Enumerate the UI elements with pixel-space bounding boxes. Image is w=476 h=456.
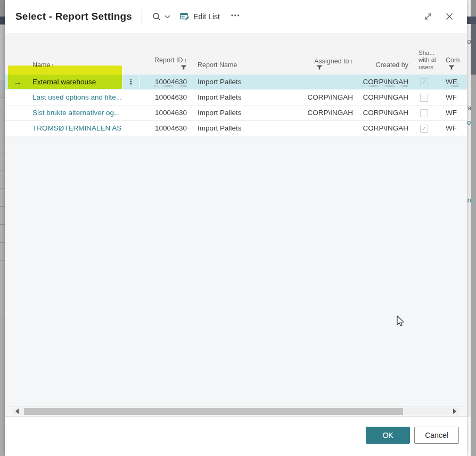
background-page-right-edge: to ra lo In (467, 0, 476, 456)
background-strip (467, 417, 471, 456)
page-title: Select - Report Settings (15, 11, 132, 22)
company-value: WE. (446, 78, 459, 86)
report-setting-name-link[interactable]: TROMSØTERMINALEN AS (32, 124, 121, 132)
shared-with-all-users-checkbox[interactable] (420, 94, 428, 102)
table-header-row: Name↑ Report ID↑ Report Name Assigned to… (5, 33, 467, 75)
background-strip (471, 0, 476, 17)
filter-icon (446, 65, 467, 70)
shared-with-all-users-checkbox[interactable] (420, 109, 428, 117)
report-name-value: Import Pallets (198, 93, 242, 101)
close-icon (445, 12, 454, 21)
report-name-value: Import Pallets (198, 109, 242, 117)
maximize-button[interactable] (421, 10, 435, 23)
report-id-value: 10004630 (155, 93, 187, 101)
report-id-value: 10004630 (155, 124, 187, 132)
chevron-down-icon (165, 15, 170, 19)
company-value: WF (446, 124, 457, 132)
horizontal-scrollbar[interactable] (5, 406, 467, 416)
shared-with-all-users-checkbox[interactable]: ✓ (420, 78, 428, 86)
background-strip (467, 0, 471, 417)
column-header-name[interactable]: Name↑ (30, 33, 122, 75)
background-page-left-edge (0, 0, 5, 456)
column-header-report-id[interactable]: Report ID↑ (140, 33, 187, 75)
background-strip (0, 80, 5, 314)
scroll-left-arrow-icon[interactable] (15, 409, 19, 414)
column-header-created-by[interactable]: Created by (353, 33, 408, 75)
report-id-value: 10004630 (155, 109, 187, 117)
sort-ascending-icon: ↑ (51, 62, 54, 68)
created-by-value: CORP\INGAH (363, 78, 408, 86)
report-setting-name-link[interactable]: External warehouse (32, 78, 96, 86)
created-by-value: CORP\INGAH (363, 93, 408, 101)
more-options-icon: ⋯ (228, 11, 243, 23)
close-button[interactable] (442, 10, 456, 23)
dialog-header: Select - Report Settings Edi (5, 0, 467, 33)
selected-row-arrow-icon: → (14, 77, 22, 86)
company-value: WF (446, 109, 457, 117)
edit-list-icon (180, 12, 190, 21)
table-row[interactable]: TROMSØTERMINALEN AS 10004630 Import Pall… (5, 121, 467, 136)
table-row[interactable]: Last used options and filte... 10004630 … (5, 90, 467, 105)
report-setting-name-link[interactable]: Last used options and filte... (32, 93, 122, 101)
cancel-button[interactable]: Cancel (414, 427, 459, 444)
page-scrollbar-thumb[interactable] (471, 24, 476, 75)
column-header-assigned-to[interactable]: Assigned to↑ (288, 33, 353, 75)
created-by-value: CORP\INGAH (363, 124, 408, 132)
filter-icon (316, 65, 323, 70)
background-strip (0, 0, 5, 17)
assigned-to-value: CORP\INGAH (307, 109, 353, 117)
report-name-value: Import Pallets (198, 124, 242, 132)
column-header-company[interactable]: Com (436, 33, 467, 75)
toolbar-divider (142, 10, 142, 24)
horizontal-scrollbar-thumb[interactable] (24, 408, 403, 415)
shared-with-all-users-checkbox[interactable]: ✓ (420, 125, 428, 133)
background-strip (467, 17, 476, 24)
report-settings-dialog: Select - Report Settings Edi (5, 0, 467, 456)
company-value: WF (446, 93, 457, 101)
background-strip (0, 25, 5, 80)
expand-icon (424, 12, 432, 21)
table-body: → External warehouse ⋮ 10004630 Import P… (5, 75, 467, 136)
search-button[interactable] (150, 10, 173, 23)
report-name-value: Import Pallets (198, 78, 242, 86)
report-setting-name-link[interactable]: Sist brukte alternativer og... (32, 109, 120, 117)
column-header-gap (122, 33, 140, 75)
ok-button[interactable]: OK (366, 427, 410, 444)
report-settings-list: Name↑ Report ID↑ Report Name Assigned to… (5, 33, 467, 417)
column-header-report-name[interactable]: Report Name (187, 33, 288, 75)
background-strip (0, 17, 5, 25)
column-header-shared-with-all-users[interactable]: Sha... with all users (408, 33, 436, 75)
created-by-value: CORP\INGAH (363, 109, 408, 117)
more-options-button[interactable]: ⋯ (226, 9, 245, 25)
row-menu-button[interactable]: ⋮ (128, 78, 135, 86)
table-row[interactable]: Sist brukte alternativer og... 10004630 … (5, 105, 467, 121)
search-icon (152, 12, 161, 21)
scroll-right-arrow-icon[interactable] (453, 409, 456, 414)
report-id-value: 10004630 (155, 78, 187, 86)
edit-list-label: Edit List (193, 12, 220, 21)
assigned-to-value: CORP\INGAH (307, 93, 353, 101)
dialog-footer: OK Cancel (5, 417, 467, 456)
table-row[interactable]: → External warehouse ⋮ 10004630 Import P… (5, 75, 467, 90)
edit-list-button[interactable]: Edit List (177, 10, 223, 23)
filter-icon (180, 65, 187, 70)
column-marker (5, 33, 30, 75)
